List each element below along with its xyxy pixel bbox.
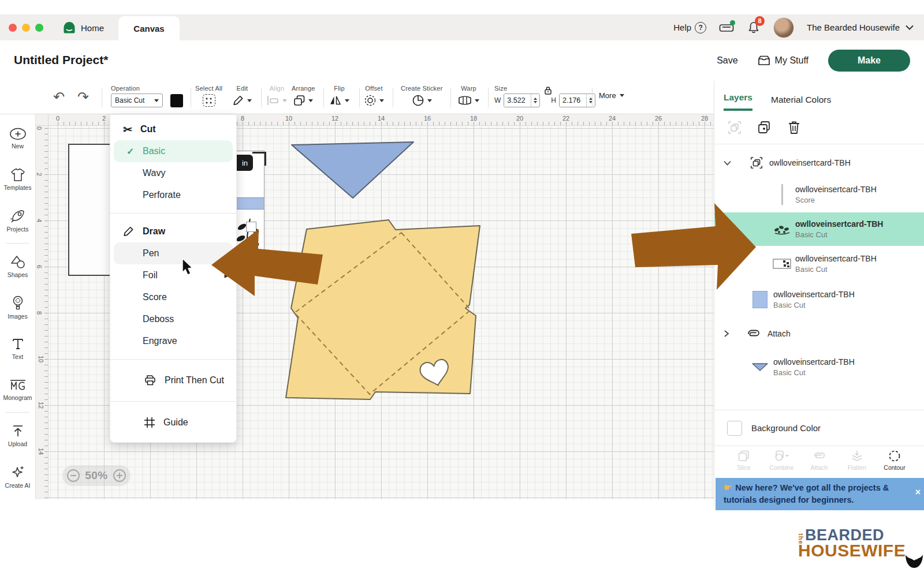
contour-button[interactable]: Contour (878, 450, 911, 478)
menu-item-foil[interactable]: Foil (110, 264, 236, 286)
flip-group[interactable]: Flip (329, 85, 349, 109)
menu-item-pen[interactable]: Pen (114, 242, 233, 264)
layer-row-score[interactable]: owlloveinsertcard-TBHScore (714, 177, 924, 212)
create-sticker-group[interactable]: Create Sticker (401, 85, 443, 109)
layer-row-attach[interactable]: Attach (714, 317, 924, 350)
sidebar-item-upload[interactable]: Upload (0, 415, 35, 456)
more-button[interactable]: More (599, 91, 624, 100)
menu-item-print-then-cut[interactable]: Print Then Cut (110, 367, 236, 394)
combine-button: Combine (765, 450, 798, 478)
group-icon (750, 156, 763, 170)
account-menu[interactable]: The Bearded Housewife (807, 23, 914, 32)
menu-item-guide[interactable]: Guide (110, 409, 236, 436)
height-stepper[interactable] (586, 94, 595, 107)
machine-status-button[interactable] (719, 22, 734, 33)
sidebar-item-shapes[interactable]: Shapes (0, 246, 35, 287)
delete-button[interactable] (787, 120, 801, 135)
caret-down-icon (620, 94, 624, 97)
close-window-button[interactable] (9, 24, 17, 32)
menu-item-wavy[interactable]: Wavy (110, 162, 236, 184)
menu-item-label: Perforate (143, 190, 181, 200)
sidebar-item-create-ai[interactable]: Create AI (0, 456, 35, 497)
notifications-button[interactable]: 8 (747, 21, 761, 35)
sidebar-item-text[interactable]: Text (0, 328, 35, 369)
toolbar-divider (393, 88, 393, 107)
tab-material-colors[interactable]: Material Colors (771, 95, 831, 111)
duplicate-button[interactable] (757, 120, 772, 135)
sidebar-divider (6, 243, 29, 244)
project-header: Untitled Project* Save My Stuff Make (0, 40, 924, 81)
menu-divider (110, 359, 236, 360)
sidebar-item-templates[interactable]: Templates (0, 159, 35, 200)
sidebar-item-new[interactable]: New (0, 118, 35, 159)
layer-name: owlloveinsertcard-TBH (795, 253, 877, 264)
aspect-lock-button[interactable] (544, 86, 552, 95)
guide-frame-icon (144, 417, 155, 428)
edit-group[interactable]: Edit (233, 85, 252, 109)
layer-name: owlloveinsertcard-TBH (773, 356, 855, 368)
selection-resize-handle[interactable] (246, 222, 256, 232)
account-name: The Bearded Housewife (807, 23, 900, 32)
my-stuff-button[interactable]: My Stuff (758, 55, 808, 66)
tab-layers[interactable]: Layers (724, 92, 752, 111)
arrange-group[interactable]: Arrange (292, 85, 315, 109)
height-input[interactable] (560, 94, 586, 107)
sidebar-item-images[interactable]: Images (0, 287, 35, 328)
caret-down-icon (154, 99, 159, 102)
width-input[interactable] (504, 94, 531, 107)
operation-select[interactable]: Basic Cut (111, 94, 163, 107)
sidebar-divider (6, 412, 29, 413)
minimize-window-button[interactable] (22, 24, 30, 32)
tray-icon (758, 55, 770, 66)
menu-item-score[interactable]: Score (110, 286, 236, 308)
select-all-group[interactable]: Select All (195, 85, 222, 109)
action-label: Flatten (848, 464, 866, 471)
warp-group[interactable]: Warp (458, 85, 479, 109)
background-color-swatch[interactable] (727, 421, 742, 436)
canvas-tab[interactable]: Canvas (118, 16, 180, 40)
envelope-flap-shape (292, 142, 413, 198)
caret-down-icon (282, 99, 287, 102)
home-tab[interactable]: Home (62, 19, 104, 36)
undo-button[interactable]: ↶ (53, 89, 65, 105)
color-swatch[interactable] (170, 94, 183, 107)
menu-item-perforate[interactable]: Perforate (110, 184, 236, 206)
menu-item-deboss[interactable]: Deboss (110, 308, 236, 330)
width-stepper[interactable] (531, 94, 539, 107)
make-button[interactable]: Make (828, 50, 910, 72)
toolbar-divider (261, 88, 262, 107)
sidebar-item-projects[interactable]: Projects (0, 200, 35, 241)
sidebar-item-label: Templates (4, 184, 32, 191)
menu-item-engrave[interactable]: Engrave (110, 330, 236, 352)
monogram-icon (9, 378, 27, 392)
notification-badge: 8 (755, 16, 765, 26)
layer-row-flap[interactable]: owlloveinsertcard-TBHBasic Cut (714, 350, 924, 384)
layer-operation: Basic Cut (795, 264, 877, 275)
layer-group-header[interactable]: owlloveinsertcard-TBH (714, 149, 924, 177)
titlebar-actions: Help ? 8 The Bearded Housewife (673, 14, 914, 40)
chevron-right-icon[interactable] (724, 330, 729, 338)
scissors-icon (123, 123, 132, 136)
sidebar-item-monogram[interactable]: Monogram (0, 369, 35, 410)
banner-close-button[interactable]: × (915, 488, 921, 496)
question-circle-icon: ? (695, 22, 706, 33)
redo-button[interactable]: ↷ (77, 89, 89, 105)
arrange-label: Arrange (292, 85, 315, 92)
avatar[interactable] (773, 17, 794, 38)
menu-item-basic[interactable]: Basic (114, 140, 233, 162)
make-button-label: Make (858, 55, 881, 66)
layer-row-selected[interactable]: owlloveinsertcard-TBHBasic Cut (714, 212, 924, 246)
zoom-out-button[interactable] (67, 469, 80, 482)
zoom-in-button[interactable] (113, 469, 126, 482)
maximize-window-button[interactable] (35, 24, 43, 32)
chevron-down-icon[interactable] (724, 160, 731, 166)
save-button[interactable]: Save (717, 55, 737, 66)
layer-row-card-base[interactable]: owlloveinsertcard-TBHBasic Cut (714, 282, 924, 317)
layer-row-liner[interactable]: owlloveinsertcard-TBHBasic Cut (714, 246, 924, 282)
offset-group[interactable]: Offset (364, 85, 384, 109)
checkmark-icon (126, 146, 134, 157)
help-button[interactable]: Help ? (673, 22, 706, 33)
menu-item-label: Score (143, 292, 167, 302)
group-button[interactable] (727, 120, 742, 135)
layer-operation: Score (795, 195, 877, 205)
